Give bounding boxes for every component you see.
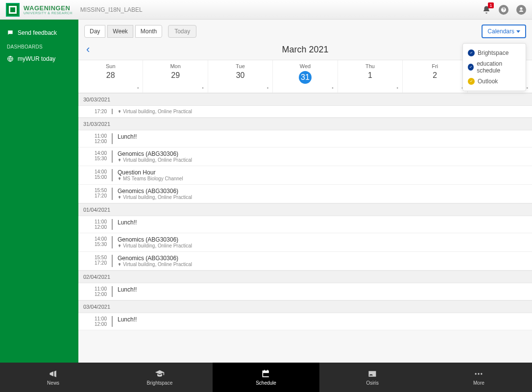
agenda-event[interactable]: 11:0012:00 Lunch!! — [78, 130, 532, 147]
event-title: Lunch!! — [118, 286, 527, 293]
id-card-icon — [367, 369, 377, 379]
event-title: Genomics (ABG30306) — [118, 188, 527, 195]
check-icon — [468, 64, 474, 71]
day-col-sun[interactable]: Sun28• — [78, 60, 143, 93]
calendars-dropdown: Brightspace education schedule Outlook — [462, 43, 526, 91]
view-week-button[interactable]: Week — [107, 25, 133, 38]
cal-opt-label: education schedule — [477, 60, 521, 74]
view-month-button[interactable]: Month — [135, 25, 162, 38]
caret-down-icon — [516, 30, 520, 33]
svg-point-2 — [478, 373, 480, 374]
event-location: Virtual building, Online Practical — [118, 262, 527, 267]
agenda-date: 01/04/2021 — [78, 203, 532, 216]
cal-opt-label: Brightspace — [478, 49, 508, 56]
user-icon — [518, 7, 524, 13]
agenda-event[interactable]: 15:5017:20 Genomics (ABG30306)Virtual bu… — [78, 185, 532, 203]
calendars-label: Calendars — [487, 28, 514, 35]
top-icons: 1 — [482, 5, 526, 15]
agenda-event[interactable]: 17:20 Virtual building, Online Practical — [78, 106, 532, 118]
event-title: Lunch!! — [118, 219, 527, 226]
globe-icon — [7, 55, 14, 62]
day-col-thu[interactable]: Thu1• — [338, 60, 402, 93]
calendars-dropdown-button[interactable]: Calendars — [482, 24, 526, 38]
calendar-option-education[interactable]: education schedule — [468, 58, 521, 76]
main: Day Week Month Today Calendars Brightspa… — [78, 20, 532, 363]
event-title: Genomics (ABG30306) — [118, 255, 527, 262]
nav-brightspace[interactable]: Brightspace — [106, 363, 213, 392]
event-location: Virtual building, Online Practical — [118, 243, 527, 248]
brand-name: WAGENINGEN — [24, 5, 73, 11]
page-label: MISSING_I18N_LABEL — [80, 6, 143, 13]
today-button[interactable]: Today — [168, 25, 196, 38]
agenda-event[interactable]: 11:0012:00 Lunch!! — [78, 216, 532, 233]
topbar: WAGENINGEN UNIVERSITY & RESEARCH MISSING… — [0, 0, 532, 20]
pin-icon — [118, 263, 121, 267]
feedback-label: Send feedback — [18, 29, 57, 36]
day-col-fri[interactable]: Fri2• — [402, 60, 467, 93]
event-title: Lunch!! — [118, 133, 527, 140]
day-col-tue[interactable]: Tue30• — [208, 60, 272, 93]
send-feedback-button[interactable]: Send feedback — [0, 25, 78, 40]
calendar-title: March 2021 — [98, 45, 512, 55]
chat-icon — [7, 29, 14, 36]
agenda-event[interactable]: 14:0015:30 Genomics (ABG30306)Virtual bu… — [78, 233, 532, 252]
sidebar-item-mywur[interactable]: myWUR today — [0, 51, 78, 66]
pin-icon — [118, 110, 121, 114]
nav-more[interactable]: More — [426, 363, 532, 392]
agenda-date: 31/03/2021 — [78, 118, 532, 130]
svg-point-3 — [481, 373, 483, 374]
help-icon — [501, 7, 507, 13]
agenda-date: 02/04/2021 — [78, 270, 532, 283]
calendar-icon — [261, 369, 271, 379]
agenda-event[interactable]: 11:0012:00 Lunch!! — [78, 283, 532, 300]
nav-news[interactable]: News — [0, 363, 106, 392]
agenda-event[interactable]: 14:0015:00 Question HourMS Teams Biology… — [78, 166, 532, 185]
megaphone-icon — [48, 369, 58, 379]
event-location: MS Teams Biology Channel — [118, 176, 527, 181]
agenda: 30/03/2021 17:20 Virtual building, Onlin… — [78, 93, 532, 330]
sidebar-item-label: myWUR today — [18, 55, 55, 62]
sidebar-heading: DASHBOARDS — [0, 40, 78, 51]
pin-icon — [118, 177, 121, 181]
pin-icon — [118, 158, 121, 162]
pin-icon — [118, 196, 121, 199]
calendar-option-outlook[interactable]: Outlook — [468, 76, 521, 87]
prev-button[interactable]: ‹ — [86, 43, 98, 56]
brand-sub: UNIVERSITY & RESEARCH — [24, 11, 73, 15]
nav-osiris[interactable]: Osiris — [319, 363, 426, 392]
notifications-button[interactable]: 1 — [482, 5, 491, 14]
agenda-event[interactable]: 14:0015:30 Genomics (ABG30306)Virtual bu… — [78, 147, 532, 166]
notif-badge: 1 — [488, 2, 494, 8]
event-title: Genomics (ABG30306) — [118, 236, 527, 243]
day-col-wed[interactable]: Wed31• — [272, 60, 337, 93]
bottom-nav: News Brightspace Schedule Osiris More — [0, 363, 532, 392]
agenda-date: 30/03/2021 — [78, 93, 532, 106]
profile-button[interactable] — [516, 5, 526, 15]
dots-icon — [474, 369, 484, 379]
pin-icon — [118, 244, 121, 248]
event-location: Virtual building, Online Practical — [118, 109, 527, 114]
check-icon — [468, 78, 475, 85]
grad-cap-icon — [155, 369, 165, 379]
agenda-event[interactable]: 15:5017:20 Genomics (ABG30306)Virtual bu… — [78, 252, 532, 270]
event-title: Question Hour — [118, 169, 527, 176]
help-button[interactable] — [499, 5, 508, 15]
logo-icon — [6, 3, 20, 17]
agenda-event[interactable]: 11:0012:00 Lunch!! — [78, 313, 532, 330]
cal-opt-label: Outlook — [478, 78, 498, 85]
day-col-mon[interactable]: Mon29• — [143, 60, 207, 93]
view-day-button[interactable]: Day — [84, 25, 105, 38]
brand: WAGENINGEN UNIVERSITY & RESEARCH — [24, 5, 73, 15]
sidebar: Send feedback DASHBOARDS myWUR today — [0, 20, 78, 363]
event-title: Genomics (ABG30306) — [118, 150, 527, 157]
event-title: Lunch!! — [118, 316, 527, 323]
svg-point-1 — [475, 373, 477, 374]
check-icon — [468, 49, 475, 56]
event-location: Virtual building, Online Practical — [118, 195, 527, 200]
agenda-date: 03/04/2021 — [78, 300, 532, 313]
nav-schedule[interactable]: Schedule — [213, 363, 319, 392]
toolbar: Day Week Month Today Calendars — [78, 20, 532, 43]
calendar-option-brightspace[interactable]: Brightspace — [468, 48, 521, 58]
event-location: Virtual building, Online Practical — [118, 157, 527, 163]
